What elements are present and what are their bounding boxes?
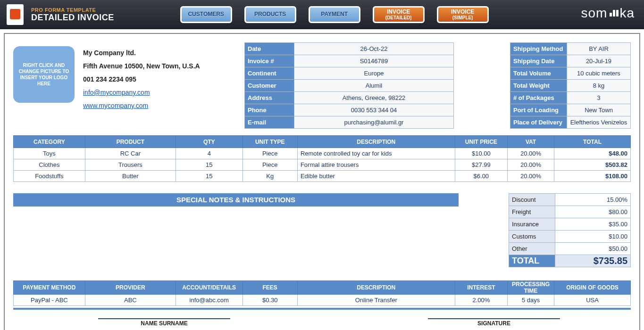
- item-qty[interactable]: 15: [176, 171, 243, 182]
- th-pay-desc: DESCRIPTION: [297, 281, 455, 295]
- totals-row: Customs$10.00: [509, 231, 631, 243]
- item-category[interactable]: Foodstuffs: [14, 171, 85, 182]
- val-address[interactable]: Athens, Greece, 98222: [294, 92, 454, 104]
- val-continent[interactable]: Europe: [294, 67, 454, 80]
- val-email[interactable]: purchasing@alumil.gr: [294, 116, 454, 129]
- totals-row: Discount15.00%: [509, 194, 631, 206]
- lbl-ship-method: Shipping Method: [510, 43, 567, 55]
- totals-table: Discount15.00%Freight$80.00Insurance$35.…: [509, 193, 631, 267]
- payment-section: PAYMENT METHOD PROVIDER ACCOUNT/DETAILS …: [13, 280, 631, 310]
- pay-interest[interactable]: 2.00%: [455, 295, 507, 306]
- template-name: PRO FORMA TEMPLATE: [31, 7, 114, 13]
- item-price[interactable]: $27.99: [455, 159, 507, 171]
- item-desc[interactable]: Remote controlled toy car for kids: [297, 148, 455, 159]
- item-product[interactable]: RC Car: [85, 148, 176, 159]
- item-desc[interactable]: Edible butter: [297, 171, 455, 182]
- page-title: DETAILED INVOICE: [31, 13, 114, 23]
- item-qty[interactable]: 15: [176, 159, 243, 171]
- company-name: My Company ltd.: [83, 46, 200, 59]
- item-total[interactable]: $503.82: [554, 159, 631, 171]
- val-weight[interactable]: 8 kg: [567, 80, 631, 92]
- lbl-continent: Continent: [245, 67, 294, 80]
- payment-row: PayPal - ABC ABC info@abc.com $0.30 Onli…: [14, 295, 631, 306]
- val-ship-date[interactable]: 20-Jul-19: [567, 55, 631, 67]
- val-ship-method[interactable]: BY AIR: [567, 43, 631, 55]
- val-phone[interactable]: 0030 553 344 04: [294, 104, 454, 116]
- totals-row: Other$50.00: [509, 243, 631, 255]
- item-category[interactable]: Clothes: [14, 159, 85, 171]
- totals-value[interactable]: 15.00%: [555, 194, 631, 206]
- val-port[interactable]: New Town: [567, 104, 631, 116]
- val-invoice-no[interactable]: S0146789: [294, 55, 454, 67]
- item-total[interactable]: $108.00: [554, 171, 631, 182]
- th-provider: PROVIDER: [85, 281, 176, 295]
- item-vat[interactable]: 20.00%: [507, 159, 554, 171]
- app-header: PRO FORMA TEMPLATE DETAILED INVOICE CUST…: [0, 0, 644, 29]
- invoice-info-table: Date26-Oct-22 Invoice #S0146789 Continen…: [244, 42, 454, 129]
- item-unit[interactable]: Piece: [243, 148, 297, 159]
- item-desc[interactable]: Formal attire trousers: [297, 159, 455, 171]
- lbl-address: Address: [245, 92, 294, 104]
- pay-account[interactable]: info@abc.com: [176, 295, 243, 306]
- item-vat[interactable]: 20.00%: [507, 171, 554, 182]
- totals-value[interactable]: $50.00: [555, 243, 631, 255]
- pay-time[interactable]: 5 days: [507, 295, 554, 306]
- totals-value[interactable]: $10.00: [555, 231, 631, 243]
- item-product[interactable]: Butter: [85, 171, 176, 182]
- pay-provider[interactable]: ABC: [85, 295, 176, 306]
- pay-method[interactable]: PayPal - ABC: [14, 295, 85, 306]
- item-row: FoodstuffsButter15KgEdible butter$6.0020…: [14, 171, 631, 182]
- val-volume[interactable]: 10 cubic meters: [567, 67, 631, 80]
- nav-invoice-detailed[interactable]: INVOICE (DETAILED): [373, 6, 425, 23]
- company-block: RIGHT CLICK AND CHANGE PICTURE TO INSERT…: [13, 42, 235, 129]
- th-qty: QTY: [176, 136, 243, 148]
- th-account: ACCOUNT/DETAILS: [176, 281, 243, 295]
- divider-line: [13, 308, 631, 310]
- totals-label: Freight: [509, 206, 555, 218]
- item-category[interactable]: Toys: [14, 148, 85, 159]
- below-items: SPECIAL NOTES & INSTRUCTIONS Discount15.…: [13, 193, 631, 267]
- app-logo-icon: [7, 4, 24, 25]
- val-packages[interactable]: 3: [567, 92, 631, 104]
- item-unit[interactable]: Piece: [243, 159, 297, 171]
- pay-desc[interactable]: Online Transfer: [297, 295, 455, 306]
- nav-payment[interactable]: PAYMENT: [309, 6, 360, 23]
- val-customer[interactable]: Alumil: [294, 80, 454, 92]
- signature-line: SIGNATURE: [428, 318, 560, 327]
- item-unit[interactable]: Kg: [243, 171, 297, 182]
- invoice-page: RIGHT CLICK AND CHANGE PICTURE TO INSERT…: [4, 33, 640, 330]
- grand-total-value: $735.85: [555, 255, 631, 267]
- val-delivery[interactable]: Eleftherios Venizelos: [567, 116, 631, 129]
- company-website[interactable]: www.mycompany.com: [83, 102, 148, 109]
- totals-value[interactable]: $35.00: [555, 218, 631, 231]
- th-desc: DESCRIPTION: [297, 136, 455, 148]
- lbl-phone: Phone: [245, 104, 294, 116]
- nav-customers[interactable]: CUSTOMERS: [180, 6, 232, 23]
- item-total[interactable]: $48.00: [554, 148, 631, 159]
- nav-invoice-simple[interactable]: INVOICE (SIMPLE): [437, 6, 489, 23]
- totals-row: Insurance$35.00: [509, 218, 631, 231]
- pay-fees[interactable]: $0.30: [243, 295, 297, 306]
- totals-value[interactable]: $80.00: [555, 206, 631, 218]
- th-fees: FEES: [243, 281, 297, 295]
- grand-total-label: TOTAL: [509, 255, 555, 267]
- lbl-weight: Total Weight: [510, 80, 567, 92]
- nav-invoice-simple-l2: (SIMPLE): [451, 15, 474, 20]
- item-product[interactable]: Trousers: [85, 159, 176, 171]
- totals-label: Customs: [509, 231, 555, 243]
- lbl-email: E-mail: [245, 116, 294, 129]
- th-price: UNIT PRICE: [455, 136, 507, 148]
- items-table: CATEGORY PRODUCT QTY UNIT TYPE DESCRIPTI…: [13, 135, 631, 182]
- pay-origin[interactable]: USA: [554, 295, 631, 306]
- th-unit: UNIT TYPE: [243, 136, 297, 148]
- nav-products[interactable]: PRODUCTS: [244, 6, 296, 23]
- item-price[interactable]: $6.00: [455, 171, 507, 182]
- item-price[interactable]: $10.00: [455, 148, 507, 159]
- company-phone: 001 234 2234 095: [83, 73, 200, 86]
- val-date[interactable]: 26-Oct-22: [294, 43, 454, 55]
- logo-placeholder[interactable]: RIGHT CLICK AND CHANGE PICTURE TO INSERT…: [13, 46, 75, 103]
- item-vat[interactable]: 20.00%: [507, 148, 554, 159]
- item-qty[interactable]: 4: [176, 148, 243, 159]
- company-email[interactable]: info@mycompany.com: [83, 89, 150, 96]
- lbl-packages: # of Packages: [510, 92, 567, 104]
